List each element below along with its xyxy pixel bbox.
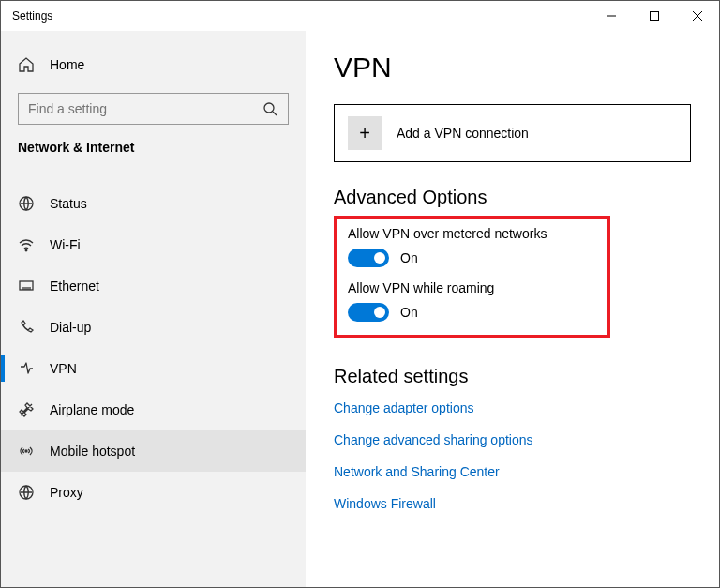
vpn-icon	[18, 360, 35, 377]
link-sharing-options[interactable]: Change advanced sharing options	[334, 432, 691, 447]
svg-line-5	[273, 112, 277, 115]
svg-point-9	[25, 450, 27, 452]
status-icon	[18, 195, 35, 212]
sidebar-item-label: Dial-up	[50, 320, 91, 335]
search-box[interactable]	[18, 93, 289, 125]
hotspot-icon	[18, 443, 35, 460]
highlight-annotation: Allow VPN over metered networks On Allow…	[334, 216, 610, 338]
titlebar: Settings	[1, 1, 719, 31]
svg-point-4	[264, 103, 274, 113]
ethernet-icon	[18, 278, 35, 294]
sidebar-item-label: Status	[50, 196, 87, 211]
link-windows-firewall[interactable]: Windows Firewall	[334, 496, 691, 511]
sidebar-item-proxy[interactable]: Proxy	[1, 472, 306, 513]
window-title: Settings	[12, 9, 52, 23]
sidebar-item-label: Mobile hotspot	[50, 444, 135, 459]
sidebar-item-wifi[interactable]: Wi-Fi	[1, 224, 306, 265]
svg-point-7	[25, 249, 27, 251]
home-icon	[18, 56, 35, 73]
sidebar-item-ethernet[interactable]: Ethernet	[1, 265, 306, 307]
close-button[interactable]	[676, 1, 719, 31]
roaming-toggle-label: Allow VPN while roaming	[348, 280, 596, 295]
wifi-icon	[18, 236, 35, 253]
sidebar-item-airplane[interactable]: Airplane mode	[1, 389, 306, 430]
section-heading: Network & Internet	[1, 140, 306, 155]
sidebar-item-label: Airplane mode	[50, 402, 134, 417]
sidebar-item-label: Proxy	[50, 485, 83, 500]
window-controls	[590, 1, 719, 31]
search-input[interactable]	[28, 101, 262, 116]
home-button[interactable]: Home	[1, 48, 306, 82]
add-vpn-button[interactable]: + Add a VPN connection	[334, 104, 691, 162]
metered-toggle-label: Allow VPN over metered networks	[348, 226, 596, 241]
minimize-button[interactable]	[590, 1, 633, 31]
sidebar: Home Network & Internet Status	[1, 31, 306, 587]
plus-icon: +	[348, 116, 382, 150]
related-settings-heading: Related settings	[334, 366, 691, 387]
metered-toggle[interactable]	[348, 249, 389, 267]
airplane-icon	[18, 401, 35, 418]
search-icon	[262, 100, 278, 117]
maximize-button[interactable]	[633, 1, 676, 31]
add-vpn-label: Add a VPN connection	[397, 126, 529, 141]
sidebar-item-hotspot[interactable]: Mobile hotspot	[1, 430, 306, 472]
link-adapter-options[interactable]: Change adapter options	[334, 400, 691, 415]
proxy-icon	[18, 484, 35, 501]
sidebar-item-label: Ethernet	[50, 279, 99, 294]
sidebar-item-dialup[interactable]: Dial-up	[1, 307, 306, 348]
sidebar-item-vpn[interactable]: VPN	[1, 348, 306, 389]
sidebar-item-label: VPN	[50, 361, 77, 376]
svg-rect-1	[651, 12, 659, 21]
home-label: Home	[50, 57, 84, 72]
sidebar-item-status[interactable]: Status	[1, 183, 306, 224]
roaming-toggle[interactable]	[348, 303, 389, 322]
metered-toggle-state: On	[400, 250, 418, 265]
sidebar-item-label: Wi-Fi	[50, 237, 81, 252]
main-panel: VPN + Add a VPN connection Advanced Opti…	[306, 31, 719, 587]
link-network-center[interactable]: Network and Sharing Center	[334, 464, 691, 479]
advanced-options-heading: Advanced Options	[334, 187, 691, 208]
dialup-icon	[18, 319, 35, 336]
page-title: VPN	[334, 52, 691, 83]
roaming-toggle-state: On	[400, 305, 418, 320]
